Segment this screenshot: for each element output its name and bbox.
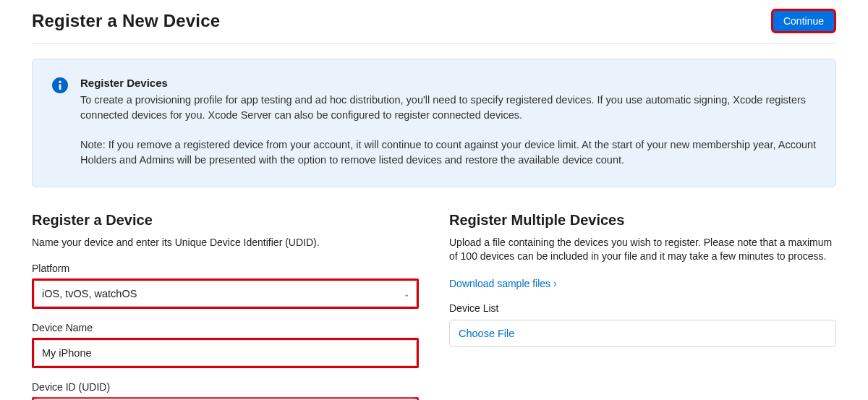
svg-rect-2 <box>59 84 61 90</box>
device-list-label: Device List <box>449 302 836 314</box>
info-paragraph-1: To create a provisioning profile for app… <box>80 93 817 123</box>
info-paragraph-2: Note: If you remove a registered device … <box>80 137 817 168</box>
device-name-label: Device Name <box>32 322 419 333</box>
multiple-section-title: Register Multiple Devices <box>449 212 836 229</box>
device-name-field: Device Name <box>32 322 419 368</box>
choose-file-button[interactable]: Choose File <box>449 320 836 347</box>
page-header: Register a New Device Continue <box>32 9 836 44</box>
svg-point-1 <box>59 81 61 83</box>
device-id-field: Device ID (UDID) <box>32 381 419 400</box>
info-body: Register Devices To create a provisionin… <box>80 75 817 168</box>
page-title: Register a New Device <box>32 11 220 31</box>
download-sample-link[interactable]: Download sample files › <box>449 278 557 289</box>
register-single-device-section: Register a Device Name your device and e… <box>32 212 419 400</box>
info-title: Register Devices <box>80 75 817 91</box>
single-section-title: Register a Device <box>32 212 419 229</box>
info-panel: Register Devices To create a provisionin… <box>32 59 836 187</box>
continue-button[interactable]: Continue <box>771 9 836 33</box>
single-section-desc: Name your device and enter its Unique De… <box>32 236 419 250</box>
platform-label: Platform <box>32 263 419 274</box>
info-icon <box>51 77 69 94</box>
device-name-input[interactable] <box>34 340 417 366</box>
device-id-label: Device ID (UDID) <box>32 381 419 393</box>
platform-field: Platform iOS, tvOS, watchOS ⌄ <box>32 263 419 309</box>
register-multiple-devices-section: Register Multiple Devices Upload a file … <box>449 212 836 400</box>
multiple-section-desc: Upload a file containing the devices you… <box>449 236 836 264</box>
platform-select[interactable]: iOS, tvOS, watchOS <box>34 281 417 307</box>
